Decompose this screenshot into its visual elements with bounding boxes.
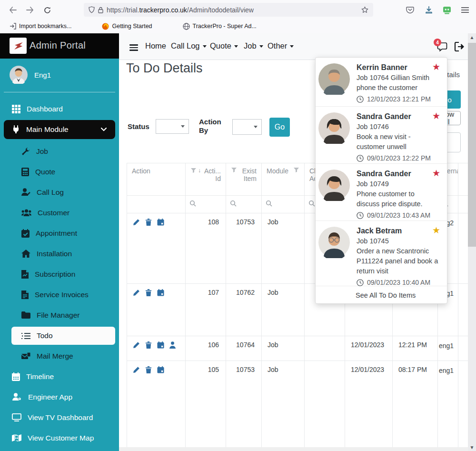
col-header-module[interactable]: Module: [262, 163, 305, 196]
delete-icon[interactable]: [145, 219, 152, 226]
back-button[interactable]: [6, 3, 20, 17]
extension-robot-icon[interactable]: [440, 3, 454, 17]
nav-item-job[interactable]: Job: [244, 41, 263, 50]
nav-item-call-log[interactable]: Call Log: [171, 41, 207, 50]
sidebar-item-subscription[interactable]: Subscription: [0, 264, 119, 284]
col-header-action-id[interactable]: ↓ Acti... Id: [186, 163, 226, 196]
avatar: [318, 63, 350, 95]
nav-item-other[interactable]: Other: [268, 41, 294, 50]
search-cell[interactable]: [226, 196, 262, 213]
sidebar-item-label: Timeline: [26, 372, 54, 381]
edit-icon[interactable]: [133, 341, 140, 349]
search-icon: [230, 200, 237, 207]
todo-popup-item[interactable]: Jack Betram Job 10745 Order a new Scantr…: [316, 221, 447, 286]
edit-icon[interactable]: [133, 366, 140, 373]
calendar-icon[interactable]: [157, 341, 164, 349]
sidebar-item-file-manager[interactable]: File Manager: [0, 305, 119, 325]
vertical-scrollbar[interactable]: ▲ ▼: [468, 33, 476, 451]
filter-funnel-icon[interactable]: [190, 168, 197, 173]
bookmark-star-icon[interactable]: [361, 6, 368, 13]
priority-star-icon[interactable]: [432, 225, 440, 236]
sidebar-item-view-customer-map[interactable]: View Customer Map: [0, 428, 119, 448]
todo-description: Book a new visit - customer unwell: [357, 132, 438, 152]
filter-funnel-icon[interactable]: [231, 167, 237, 173]
lock-icon[interactable]: [98, 7, 103, 13]
sidebar-item-dashboard[interactable]: Dashboard: [0, 99, 119, 119]
sort-desc-icon: ↓: [198, 167, 201, 174]
sidebar-item-engineer-app[interactable]: Engineer App: [0, 387, 119, 407]
search-icon: [189, 200, 196, 207]
edit-icon[interactable]: [133, 289, 140, 296]
sidebar-item-call-log[interactable]: Call Log: [0, 182, 119, 202]
see-all-todo-link[interactable]: See All To Do Items: [316, 286, 447, 304]
priority-star-icon[interactable]: [432, 110, 440, 121]
scroll-down-arrow[interactable]: ▼: [468, 443, 476, 451]
caret-down-icon: [234, 45, 238, 48]
search-cell[interactable]: [186, 196, 226, 213]
delete-icon[interactable]: [145, 289, 152, 296]
go-button[interactable]: Go: [269, 118, 290, 137]
nav-hamburger-icon[interactable]: [129, 43, 138, 52]
status-select[interactable]: [156, 119, 189, 134]
todo-description: Phone customer to discuss price dispute.: [357, 189, 438, 209]
sidebar-item-label: Engineer App: [28, 393, 72, 401]
priority-star-icon[interactable]: [432, 168, 440, 179]
search-icon: [308, 200, 315, 207]
shield-icon[interactable]: [89, 6, 95, 13]
priority-star-icon[interactable]: [432, 61, 440, 72]
status-label: Status: [128, 122, 149, 130]
sidebar-item-timeline[interactable]: Timeline: [0, 366, 119, 387]
user-gear-icon: [12, 393, 22, 401]
sidebar-username: Eng1: [34, 71, 51, 79]
scrollbar-thumb[interactable]: [468, 43, 476, 247]
browser-toolbar: https://trial.trackerpro.co.uk/Admin/tod…: [0, 0, 476, 34]
nav-item-home[interactable]: Home: [145, 41, 166, 50]
sidebar-item-service-invoices[interactable]: Service Invoices: [0, 284, 119, 305]
caret-down-icon: [290, 45, 294, 48]
sidebar-user[interactable]: Eng1: [10, 66, 51, 84]
horizontal-scrollbar[interactable]: [119, 447, 468, 451]
url-bar[interactable]: https://trial.trackerpro.co.uk/Admin/tod…: [84, 3, 373, 17]
sidebar-item-installation[interactable]: Installation: [0, 243, 119, 264]
calendar-icon[interactable]: [157, 366, 164, 373]
notifications-button[interactable]: 4: [437, 42, 447, 52]
screen: https://trial.trackerpro.co.uk/Admin/tod…: [0, 0, 476, 451]
delete-icon[interactable]: [145, 366, 152, 373]
scroll-up-arrow[interactable]: ▲: [468, 33, 476, 41]
sidebar-item-todo[interactable]: Todo: [11, 327, 115, 345]
downloads-icon[interactable]: [422, 3, 436, 17]
search-cell[interactable]: [262, 196, 305, 213]
nav-item-quote[interactable]: Quote: [210, 41, 238, 50]
todo-popup-item[interactable]: Kerrin Banner Job 10764 Gillian Smith ph…: [316, 58, 447, 107]
forward-button[interactable]: [23, 3, 37, 17]
todo-popup-item[interactable]: Sandra Gander Job 10749 Phone customer t…: [316, 164, 447, 221]
map-users-icon: [12, 434, 21, 442]
calendar-icon[interactable]: [157, 289, 164, 296]
sidebar-item-view-tv-dashboard[interactable]: View TV Dashboard: [0, 407, 119, 428]
sidebar-item-customer[interactable]: Customer: [0, 202, 119, 223]
sidebar-item-mail-merge[interactable]: Mail Merge: [0, 346, 119, 366]
bookmark-trackerpro[interactable]: TrackerPro - Super Ad...: [180, 21, 259, 31]
calendar-icon[interactable]: [157, 219, 164, 226]
pocket-icon[interactable]: [403, 3, 417, 17]
assign-user-icon[interactable]: [169, 341, 176, 349]
caret-down-icon: [254, 126, 258, 128]
todo-popup-item[interactable]: Sandra Gander Job 10746 Book a new visit…: [316, 107, 447, 164]
col-header-exist-item[interactable]: Exist Item: [226, 163, 262, 196]
filter-funnel-icon[interactable]: [293, 167, 299, 173]
bookmark-getting-started[interactable]: Getting Started: [99, 21, 155, 31]
brand-logo-lightning-icon[interactable]: [10, 38, 27, 54]
sidebar-item-appointment[interactable]: Appointment: [0, 223, 119, 243]
reload-button[interactable]: [40, 3, 54, 17]
delete-icon[interactable]: [145, 341, 152, 349]
sidebar-item-quote[interactable]: Quote: [0, 161, 119, 182]
clock-icon: [357, 155, 364, 162]
bookmark-import[interactable]: Import bookmarks...: [7, 21, 74, 31]
logout-button[interactable]: [454, 42, 464, 51]
edit-icon[interactable]: [133, 219, 140, 226]
sidebar-item-main-module[interactable]: Main Module: [4, 120, 115, 139]
sidebar-item-job[interactable]: Job: [0, 141, 119, 161]
app-menu-icon[interactable]: [458, 3, 472, 17]
avatar: [318, 112, 350, 144]
action-by-select[interactable]: [232, 119, 262, 135]
